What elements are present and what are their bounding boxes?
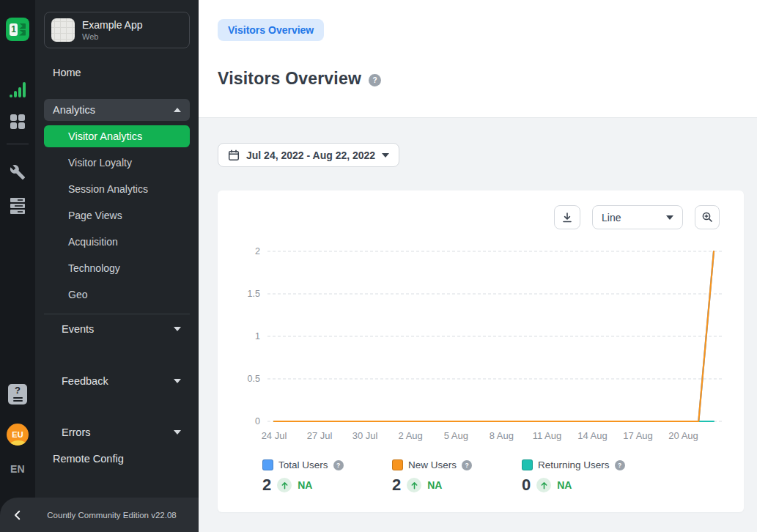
sidebar-item-visitor-analytics[interactable]: Visitor Analytics: [44, 125, 190, 147]
chevron-down-icon: [174, 327, 181, 331]
svg-text:24 Jul: 24 Jul: [262, 430, 287, 441]
download-chart-button[interactable]: [554, 205, 580, 229]
new-users-value: 2: [392, 476, 401, 495]
svg-text:2 Aug: 2 Aug: [399, 430, 423, 441]
chart-type-value: Line: [602, 212, 621, 223]
svg-text:8 Aug: 8 Aug: [490, 430, 514, 441]
svg-text:0.5: 0.5: [248, 374, 260, 384]
trend-value: NA: [557, 479, 572, 491]
sidebar-item-remote-config[interactable]: Remote Config: [35, 448, 199, 470]
chevron-down-icon: [174, 379, 181, 383]
chevron-down-icon: [666, 215, 673, 220]
chevron-down-icon: [174, 430, 181, 435]
countly-dashboard: 1: [0, 0, 757, 532]
sidebar-footer: Countly Community Edition v22.08: [0, 498, 199, 532]
analytics-bars-icon[interactable]: [0, 82, 35, 97]
sidebar: Example App Web Home Analytics Visitor A…: [35, 0, 199, 532]
sidebar-item-acquisition[interactable]: Acquisition: [35, 231, 199, 253]
language-selector[interactable]: EN: [0, 463, 35, 475]
chevron-down-icon: [382, 153, 389, 158]
svg-text:1: 1: [255, 331, 260, 341]
assistant-help-icon[interactable]: ?: [0, 384, 35, 404]
trend-up-icon: [407, 478, 421, 492]
svg-text:5 Aug: 5 Aug: [444, 430, 468, 441]
svg-text:0: 0: [255, 416, 260, 426]
calendar-icon: [228, 149, 240, 161]
zoom-chart-button[interactable]: [695, 205, 720, 229]
sidebar-item-home[interactable]: Home: [35, 62, 199, 84]
sidebar-item-session-analytics[interactable]: Session Analytics: [35, 178, 199, 200]
app-name: Example App: [82, 19, 143, 32]
trend-up-icon: [536, 478, 551, 492]
breadcrumb[interactable]: Visitors Overview: [218, 19, 324, 41]
sidebar-section-feedback[interactable]: Feedback: [44, 370, 190, 392]
help-icon[interactable]: ?: [333, 460, 344, 470]
trend-value: NA: [427, 479, 442, 491]
sidebar-item-visitor-loyalty[interactable]: Visitor Loyalty: [35, 152, 199, 174]
svg-text:14 Aug: 14 Aug: [577, 430, 608, 441]
line-chart: 00.511.5224 Jul27 Jul30 Jul2 Aug5 Aug8 A…: [218, 235, 744, 449]
page-content: Jul 24, 2022 - Aug 22, 2022 Line: [199, 118, 757, 512]
new-users-swatch: [392, 459, 403, 470]
total-users-value: 2: [262, 476, 271, 495]
version-label: Countly Community Edition v22.08: [35, 511, 199, 520]
legend-item-returning-users[interactable]: Returning Users ? 0 NA: [522, 459, 651, 495]
svg-text:2: 2: [255, 246, 260, 256]
collapse-sidebar-button[interactable]: [0, 509, 35, 522]
sidebar-section-events[interactable]: Events: [44, 318, 190, 340]
region-eu-badge[interactable]: EU: [0, 424, 35, 446]
total-users-swatch: [262, 459, 273, 470]
page-title: Visitors Overview: [218, 69, 361, 89]
sidebar-section-errors[interactable]: Errors: [44, 421, 190, 443]
menu-divider: [44, 314, 190, 314]
svg-text:11 Aug: 11 Aug: [533, 430, 562, 441]
trend-up-icon: [277, 478, 292, 492]
date-range-picker[interactable]: Jul 24, 2022 - Aug 22, 2022: [218, 143, 399, 167]
data-manager-icon[interactable]: [0, 196, 35, 215]
returning-users-swatch: [522, 459, 533, 470]
svg-text:27 Jul: 27 Jul: [307, 430, 333, 441]
sidebar-item-technology[interactable]: Technology: [35, 257, 199, 279]
help-icon[interactable]: ?: [615, 460, 625, 470]
chevron-up-icon: [174, 108, 181, 112]
sidebar-item-geo[interactable]: Geo: [35, 284, 199, 306]
sidebar-menu: Home Analytics Visitor Analytics Visitor…: [35, 62, 199, 470]
legend-item-total-users[interactable]: Total Users ? 2 NA: [262, 459, 392, 495]
management-wrench-icon[interactable]: [0, 164, 35, 180]
sidebar-item-page-views[interactable]: Page Views: [35, 204, 199, 226]
dashboards-grid-icon[interactable]: [0, 114, 35, 129]
visitors-chart-card: Line 00.511.5224 Jul27 Jul30 Jul2 Aug5: [218, 191, 744, 512]
svg-text:30 Jul: 30 Jul: [352, 430, 378, 441]
app-platform: Web: [82, 32, 143, 41]
rail-divider: [0, 144, 35, 144]
countly-logo[interactable]: 1: [0, 18, 35, 41]
chart-type-select[interactable]: Line: [592, 205, 683, 229]
app-switcher[interactable]: Example App Web: [44, 12, 190, 48]
title-help-icon[interactable]: ?: [369, 74, 381, 86]
chart-area[interactable]: 00.511.5224 Jul27 Jul30 Jul2 Aug5 Aug8 A…: [218, 235, 744, 452]
icon-rail: 1: [0, 0, 35, 532]
trend-value: NA: [298, 479, 312, 491]
download-icon: [561, 212, 573, 223]
main-area: Visitors Overview Visitors Overview ? Ju…: [199, 0, 757, 532]
chart-legend: Total Users ? 2 NA: [218, 459, 744, 495]
returning-users-value: 0: [522, 476, 531, 495]
chart-toolbar: Line: [218, 191, 744, 229]
page-header: Visitors Overview Visitors Overview ?: [199, 0, 757, 118]
app-icon: [51, 18, 75, 42]
svg-text:17 Aug: 17 Aug: [623, 430, 653, 441]
date-range-label: Jul 24, 2022 - Aug 22, 2022: [246, 149, 375, 161]
sidebar-section-analytics[interactable]: Analytics: [44, 99, 190, 121]
svg-text:20 Aug: 20 Aug: [668, 430, 698, 441]
help-icon[interactable]: ?: [462, 460, 472, 470]
chevron-left-icon: [11, 509, 24, 522]
svg-text:1.5: 1.5: [248, 289, 260, 299]
zoom-in-icon: [701, 211, 714, 223]
legend-item-new-users[interactable]: New Users ? 2 NA: [392, 459, 522, 495]
